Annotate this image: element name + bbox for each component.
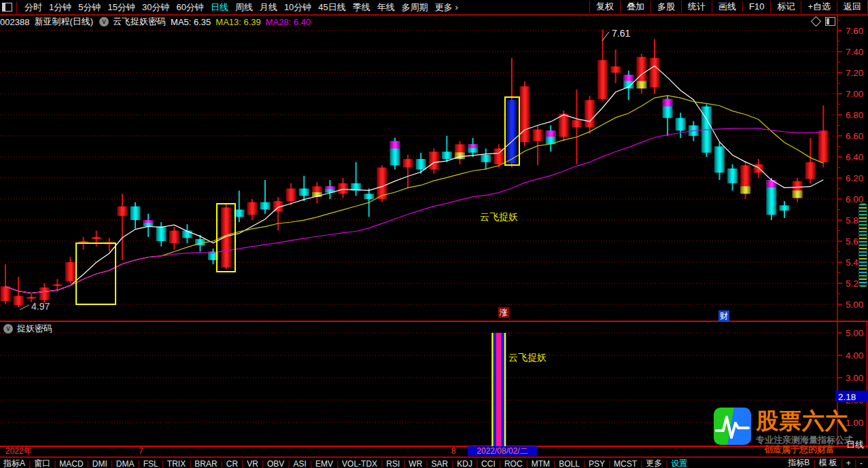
toolbar-button-复权[interactable]: 复权 <box>589 1 620 13</box>
period-menu-item-45日线[interactable]: 45日线 <box>315 1 349 14</box>
period-menu-item-多周期[interactable]: 多周期 <box>398 1 432 14</box>
month-label-8: 8 <box>451 447 456 456</box>
sub-indicator-dropdown-icon[interactable]: ∨ <box>3 324 13 334</box>
svg-text:云飞捉妖: 云飞捉妖 <box>508 352 546 363</box>
period-menubar: 分时1分钟5分钟15分钟30分钟60分钟日线周线月线10分钟45日线季线年线多周… <box>0 0 868 16</box>
toolbar-button-+自选[interactable]: +自选 <box>801 1 837 13</box>
sub-indicator-title: 捉妖密码 <box>17 323 52 335</box>
indicator-tab-VR[interactable]: VR <box>243 459 262 468</box>
indicator-tab-TRIX[interactable]: TRIX <box>164 459 189 468</box>
indicator-tab-FSL[interactable]: FSL <box>140 459 162 468</box>
indicator-tab-right-+[interactable]: + <box>843 458 854 468</box>
svg-text:6.80: 6.80 <box>846 110 863 120</box>
indicator-tab-窗口[interactable]: 窗口 <box>31 458 54 468</box>
indicator-tab-更多[interactable]: 更多 <box>642 458 665 468</box>
wealth-badge: 财 <box>718 310 729 321</box>
period-menu-item-更多 ›[interactable]: 更多 › <box>432 1 462 14</box>
main-candlestick-chart[interactable]: 5.005.205.405.605.806.006.206.406.606.80… <box>0 15 868 321</box>
period-menu-item-日线[interactable]: 日线 <box>207 1 232 14</box>
indicator-tab-ROC[interactable]: ROC <box>501 459 526 468</box>
period-menu-item-1分钟[interactable]: 1分钟 <box>46 1 75 14</box>
ma28-value: MA28: 6.40 <box>266 17 311 27</box>
indicator-tab-MTM[interactable]: MTM <box>528 459 553 468</box>
indicator-tab-DMA[interactable]: DMA <box>113 459 138 468</box>
stock-info-bar: 002388 新亚制程(日线) ∨ 云飞捉妖密码 MA5: 6.35 MA13:… <box>0 16 315 28</box>
indicator-tab-right-指标B[interactable]: 指标B <box>784 457 813 468</box>
toolbar-button-画线[interactable]: 画线 <box>712 1 742 13</box>
svg-text:7.61: 7.61 <box>612 28 630 39</box>
rise-badge: 涨 <box>498 307 509 318</box>
period-menu-item-60分钟[interactable]: 60分钟 <box>173 1 207 14</box>
period-label: 日线 <box>846 439 864 451</box>
indicator-tab-right-模 板[interactable]: 模 板 <box>815 457 840 468</box>
indicator-tab-设置[interactable]: 设置 <box>667 458 691 468</box>
indicator-tab-MACD[interactable]: MACD <box>56 459 86 468</box>
period-menu-item-分时[interactable]: 分时 <box>21 1 46 14</box>
date-axis: 2022年 78 2022/08/02/二 日线 <box>0 447 868 456</box>
indicator-tab-right--[interactable]: - <box>856 458 866 468</box>
svg-text:6.40: 6.40 <box>846 152 863 162</box>
split-pane-icon[interactable] <box>825 17 835 26</box>
indicator-tab-MCST[interactable]: MCST <box>610 459 640 468</box>
toolbar-button-返回[interactable]: 返回 <box>837 1 868 13</box>
stock-code: 002388 <box>0 17 29 27</box>
svg-text:5.00: 5.00 <box>846 300 863 310</box>
indicator-tab-ASI[interactable]: ASI <box>290 459 309 468</box>
period-menu-item-季线[interactable]: 季线 <box>349 1 374 14</box>
svg-text:2.18: 2.18 <box>838 392 856 402</box>
indicator-tab-指标A[interactable]: 指标A <box>0 458 29 468</box>
indicator-tab-SAR[interactable]: SAR <box>428 459 451 468</box>
svg-text:4.00: 4.00 <box>846 350 863 361</box>
svg-text:6.20: 6.20 <box>846 173 863 183</box>
svg-text:7.20: 7.20 <box>846 68 863 78</box>
period-menu-item-5分钟[interactable]: 5分钟 <box>75 1 104 14</box>
price-scrollbar[interactable] <box>858 203 867 287</box>
brand-logo-icon <box>714 408 751 445</box>
brand-name: 股票六六 <box>756 406 848 437</box>
period-menu-item-周线[interactable]: 周线 <box>232 1 256 14</box>
period-menu-item-15分钟[interactable]: 15分钟 <box>104 1 138 14</box>
svg-text:7.40: 7.40 <box>846 47 863 57</box>
svg-text:7.00: 7.00 <box>846 89 863 99</box>
toolbar-button-多股[interactable]: 多股 <box>650 1 681 13</box>
svg-text:5.00: 5.00 <box>846 328 863 338</box>
svg-text:3.00: 3.00 <box>846 373 863 383</box>
indicator-tab-VOL-TDX[interactable]: VOL-TDX <box>338 459 381 468</box>
indicator-tab-KDJ[interactable]: KDJ <box>453 459 476 468</box>
ma13-value: MA13: 6.39 <box>215 17 261 27</box>
indicator-tab-CR[interactable]: CR <box>223 459 241 468</box>
main-indicator-name: 云飞捉妖密码 <box>113 16 166 28</box>
indicator-tab-PSY[interactable]: PSY <box>585 459 608 468</box>
sidebar-toggle-icon[interactable] <box>2 3 12 12</box>
diamond-marker-icon[interactable] <box>811 16 822 27</box>
period-menu-item-10分钟[interactable]: 10分钟 <box>281 1 315 14</box>
indicator-tab-BOLL[interactable]: BOLL <box>555 459 583 468</box>
month-label-7: 7 <box>139 447 143 456</box>
svg-text:7.60: 7.60 <box>846 26 863 36</box>
indicator-tab-CCI[interactable]: CCI <box>478 459 499 468</box>
toolbar-button-标记[interactable]: 标记 <box>770 1 801 13</box>
svg-text:4.97: 4.97 <box>31 301 50 312</box>
indicator-tab-OBV[interactable]: OBV <box>264 459 288 468</box>
indicator-tab-BRAR[interactable]: BRAR <box>191 459 220 468</box>
svg-text:云飞捉妖: 云飞捉妖 <box>480 211 518 222</box>
stock-name: 新亚制程(日线) <box>34 16 93 28</box>
menu-divider <box>16 1 17 14</box>
indicator-tab-RSI[interactable]: RSI <box>383 459 403 468</box>
period-menu-item-30分钟[interactable]: 30分钟 <box>139 1 173 14</box>
year-label: 2022年 <box>5 447 32 456</box>
indicator-tab-EMV[interactable]: EMV <box>312 459 336 468</box>
period-menu-item-年线[interactable]: 年线 <box>374 1 398 14</box>
ma5-value: MA5: 6.35 <box>171 17 211 27</box>
indicator-dropdown-icon[interactable]: ∨ <box>99 17 109 26</box>
toolbar-button-叠加[interactable]: 叠加 <box>620 1 650 13</box>
indicator-tab-DMI[interactable]: DMI <box>89 459 111 468</box>
indicator-tab-WR[interactable]: WR <box>405 459 426 468</box>
svg-text:6.60: 6.60 <box>846 131 863 141</box>
selected-date-box: 2022/08/02/二 <box>468 446 537 456</box>
toolbar-button-统计[interactable]: 统计 <box>681 1 712 13</box>
stock-app-window: 分时1分钟5分钟15分钟30分钟60分钟日线周线月线10分钟45日线季线年线多周… <box>0 0 868 468</box>
period-menu-item-月线[interactable]: 月线 <box>256 1 281 14</box>
toolbar-button-F10[interactable]: F10 <box>742 1 770 12</box>
indicator-tabbar: 指标A|窗口|MACD|DMI|DMA|FSL|TRIX|BRAR|CR|VR|… <box>0 456 868 468</box>
